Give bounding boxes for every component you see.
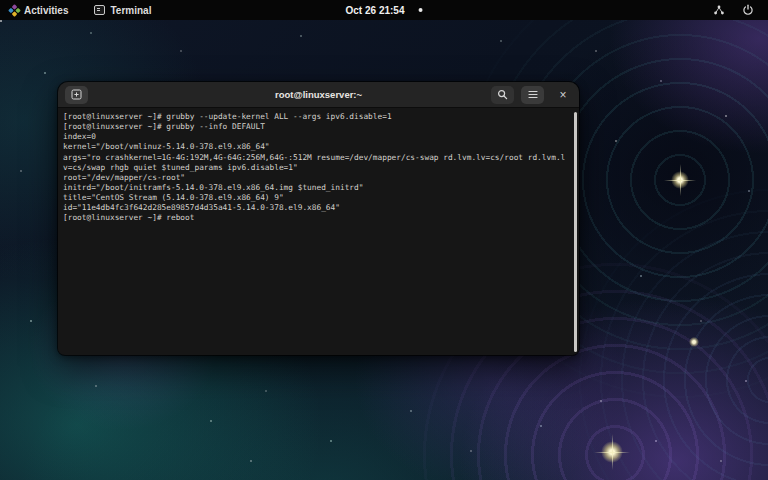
network-icon [713, 4, 725, 16]
search-button[interactable] [491, 86, 514, 104]
app-menu-terminal[interactable]: Terminal [94, 5, 151, 16]
terminal-line: args="ro crashkernel=1G-4G:192M,4G-64G:2… [63, 153, 571, 163]
terminal-titlebar[interactable]: root@linuxserver:~ × [58, 82, 579, 108]
terminal-output[interactable]: [root@linuxserver ~]# grubby --update-ke… [58, 108, 579, 354]
top-bar: Activities Terminal Oct 26 21:54 [0, 0, 768, 20]
close-icon: × [559, 89, 566, 101]
hamburger-icon [528, 90, 538, 99]
terminal-line: root="/dev/mapper/cs-root" [63, 173, 571, 183]
activities-label: Activities [24, 5, 68, 16]
terminal-line: index=0 [63, 132, 571, 142]
distro-logo-icon [8, 4, 21, 17]
terminal-app-icon [94, 5, 105, 15]
clock-menu[interactable]: Oct 26 21:54 [346, 0, 423, 20]
terminal-scrollbar[interactable] [574, 112, 577, 352]
terminal-window: root@linuxserver:~ × [root@linuxserver ~… [58, 82, 579, 355]
app-menu-label: Terminal [110, 5, 151, 16]
terminal-line: initrd="/boot/initramfs-5.14.0-378.el9.x… [63, 183, 571, 193]
terminal-line: kernel="/boot/vmlinuz-5.14.0-378.el9.x86… [63, 142, 571, 152]
close-button[interactable]: × [554, 86, 572, 104]
terminal-line: [root@linuxserver ~]# grubby --info DEFA… [63, 122, 571, 132]
terminal-line: v=cs/swap rhgb quiet $tuned_params ipv6.… [63, 163, 571, 173]
notification-dot-icon [418, 8, 422, 12]
wallpaper-stars [0, 20, 2, 22]
terminal-line: [root@linuxserver ~]# grubby --update-ke… [63, 112, 571, 122]
clock-label: Oct 26 21:54 [346, 5, 405, 16]
search-icon [497, 89, 508, 100]
terminal-line: [root@linuxserver ~]# reboot [63, 213, 571, 223]
menu-button[interactable] [521, 86, 544, 104]
terminal-line: id="11e4db4fc3f642d285e89857d4d35a41-5.1… [63, 203, 571, 213]
system-status-area[interactable] [713, 4, 754, 16]
window-title: root@linuxserver:~ [275, 89, 362, 100]
new-tab-button[interactable] [65, 86, 88, 104]
power-icon [742, 4, 754, 16]
activities-button[interactable]: Activities [10, 5, 68, 16]
terminal-line: title="CentOS Stream (5.14.0-378.el9.x86… [63, 193, 571, 203]
